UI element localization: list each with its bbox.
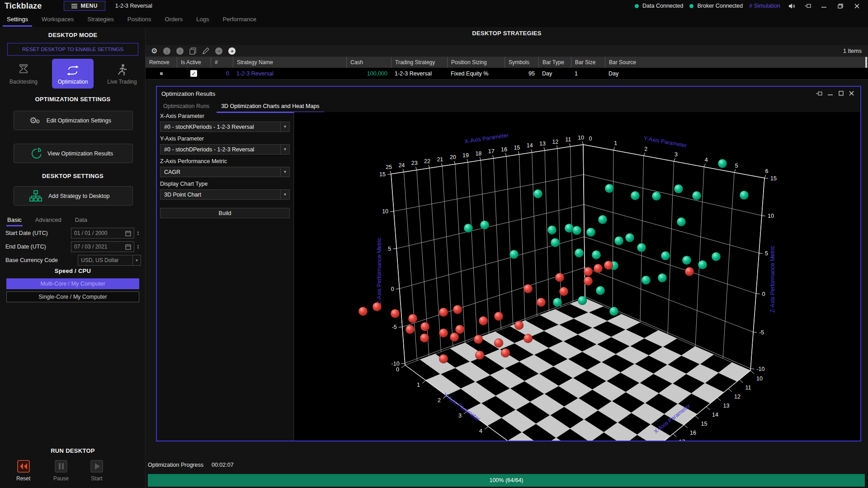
pause-icon — [55, 460, 67, 473]
svg-text:12: 12 — [734, 394, 741, 400]
start-date-stepper[interactable]: ▲▼ — [135, 230, 141, 236]
remove-item-icon[interactable]: − — [215, 47, 222, 55]
window-close-icon[interactable] — [849, 90, 854, 97]
add-strategy-label: Add Strategy to Desktop — [48, 193, 110, 199]
svg-text:15: 15 — [514, 145, 520, 151]
base-currency-label: Base Currency Code — [5, 257, 58, 263]
start-date-value: 01 / 01 / 2000 — [74, 230, 123, 236]
start-run-label: Start — [91, 475, 102, 482]
row-strategy-name[interactable]: 1-2-3 Reversal — [233, 68, 346, 79]
move-down-icon[interactable]: ↓ — [163, 47, 170, 55]
tab-settings[interactable]: Settings — [0, 12, 35, 27]
run-desktop-title: RUN DESKTOP — [0, 447, 146, 454]
duplicate-icon[interactable] — [189, 47, 196, 55]
reset-run-button[interactable]: Reset — [16, 460, 30, 482]
strategies-grid-header: Remove Is Active # Strategy Name Cash Tr… — [146, 57, 868, 68]
calendar-icon — [125, 244, 131, 250]
build-button[interactable]: Build — [160, 208, 290, 218]
end-date-input[interactable]: 07 / 03 / 2021 — [71, 241, 134, 252]
pause-run-label: Pause — [53, 475, 69, 482]
svg-text:4: 4 — [705, 157, 708, 163]
mode-backtesting-button[interactable]: Backtesting — [3, 59, 44, 89]
tab-workspaces[interactable]: Workspaces — [35, 12, 80, 27]
end-date-stepper[interactable]: ▲▼ — [135, 244, 141, 249]
x-axis-param-select[interactable]: #0 - stochKPeriods - 1-2-3 Reversal ▼ — [160, 122, 290, 132]
restore-icon[interactable] — [835, 2, 845, 10]
tab-positions[interactable]: Positions — [121, 12, 158, 27]
progress-time: 00:02:07 — [212, 462, 234, 468]
col-trading-strategy[interactable]: Trading Strategy — [391, 57, 447, 68]
header-scrollbar[interactable] — [865, 57, 867, 68]
subtab-basic[interactable]: Basic — [6, 215, 23, 226]
base-currency-select[interactable]: USD, US Dollar ▼ — [78, 255, 141, 266]
svg-text:-10: -10 — [392, 361, 400, 367]
is-active-checkbox[interactable]: ✓ — [190, 70, 197, 77]
chevron-down-icon: ▼ — [280, 145, 289, 154]
tab-strategies[interactable]: Strategies — [80, 12, 121, 27]
tab-logs[interactable]: Logs — [189, 12, 216, 27]
y-axis-param-select[interactable]: #0 - stochDPeriods - 1-2-3 Reversal ▼ — [160, 144, 290, 155]
gears-icon: ⚙⚙ — [29, 116, 40, 125]
z-axis-metric-select[interactable]: CAGR ▼ — [160, 167, 290, 177]
mode-optimization-button[interactable]: Optimization — [52, 59, 94, 89]
subtab-advanced[interactable]: Advanced — [34, 215, 62, 226]
col-is-active[interactable]: Is Active — [177, 57, 211, 68]
move-up-icon[interactable]: ↑ — [176, 47, 184, 55]
single-core-button[interactable]: Single-Core / My Computer — [6, 291, 139, 302]
results-window-titlebar[interactable]: Optimization Results — [157, 87, 860, 100]
col-symbols[interactable]: Symbols — [505, 57, 538, 68]
start-date-input[interactable]: 01 / 01 / 2000 — [71, 228, 134, 239]
strategy-row[interactable]: ✓ 0 1-2-3 Reversal 100,000 1-2-3 Reversa… — [146, 68, 868, 80]
runner-icon — [117, 64, 127, 75]
svg-text:1: 1 — [417, 382, 420, 388]
remove-button[interactable] — [160, 72, 163, 75]
edit-optimization-settings-button[interactable]: ⚙⚙ Edit Optimization Settings — [14, 111, 133, 130]
svg-text:16: 16 — [690, 430, 696, 436]
start-run-button[interactable]: Start — [90, 460, 103, 482]
add-item-icon[interactable]: + — [228, 47, 236, 55]
y-axis-param-label: Y-Axis Parameter — [160, 136, 290, 142]
svg-text:2: 2 — [644, 146, 647, 152]
col-bar-size[interactable]: Bar Size — [571, 57, 605, 68]
window-maximize-icon[interactable] — [839, 90, 844, 97]
desktop-strategies-title: DESKTOP STRATEGIES — [146, 30, 868, 37]
col-number[interactable]: # — [211, 57, 233, 68]
reset-desktop-button[interactable]: RESET DESKTOP TO ENABLE SETTINGS — [7, 43, 138, 56]
svg-text:Z-Axis Performance Metric: Z-Axis Performance Metric — [769, 246, 776, 313]
menu-label: MENU — [81, 3, 98, 9]
window-pin-icon[interactable] — [816, 90, 822, 97]
menu-button[interactable]: MENU — [64, 1, 105, 11]
col-remove[interactable]: Remove — [146, 57, 177, 68]
progress-label-row: Optimization Progress 00:02:07 — [148, 462, 234, 468]
settings-gear-icon[interactable]: ⚙ — [151, 47, 157, 55]
tab-orders[interactable]: Orders — [158, 12, 190, 27]
document-title: 1-2-3 Reversal — [115, 3, 152, 9]
window-minimize-icon[interactable] — [828, 90, 833, 97]
edit-pencil-icon[interactable] — [202, 47, 209, 55]
add-strategy-button[interactable]: Add Strategy to Desktop — [14, 186, 133, 206]
tab-3d-charts[interactable]: 3D Optimization Charts and Heat Maps — [220, 101, 320, 113]
3d-chart-area[interactable]: 2524232221201918171615141312111001234561… — [294, 112, 860, 441]
subtab-data[interactable]: Data — [74, 215, 88, 226]
multi-core-button[interactable]: Multi-Core / My Computer — [6, 278, 139, 289]
minimize-icon[interactable] — [819, 2, 829, 10]
col-position-sizing[interactable]: Position Sizing — [447, 57, 505, 68]
volume-icon[interactable] — [787, 2, 797, 10]
y-axis-param-value: #0 - stochDPeriods - 1-2-3 Reversal — [160, 146, 280, 153]
chart-type-select[interactable]: 3D Point Chart ▼ — [160, 189, 290, 200]
mode-live-trading-button[interactable]: Live Trading — [101, 59, 143, 89]
close-icon[interactable] — [852, 2, 862, 10]
pause-run-button[interactable]: Pause — [53, 460, 69, 482]
svg-text:16: 16 — [501, 146, 507, 153]
svg-text:Z-Axis Performance Metric: Z-Axis Performance Metric — [376, 238, 382, 305]
col-bar-source[interactable]: Bar Source — [605, 57, 868, 68]
tab-performance[interactable]: Performance — [216, 12, 263, 27]
x-axis-param-value: #0 - stochKPeriods - 1-2-3 Reversal — [160, 124, 280, 130]
pin-icon[interactable] — [803, 2, 813, 10]
col-strategy-name[interactable]: Strategy Name — [233, 57, 346, 68]
col-cash[interactable]: Cash — [346, 57, 391, 68]
col-bar-type[interactable]: Bar Type — [538, 57, 571, 68]
chart-type-value: 3D Point Chart — [160, 192, 280, 198]
tab-optimization-runs[interactable]: Optimization Runs — [162, 101, 210, 113]
view-optimization-results-button[interactable]: View Optimization Results — [14, 144, 133, 163]
